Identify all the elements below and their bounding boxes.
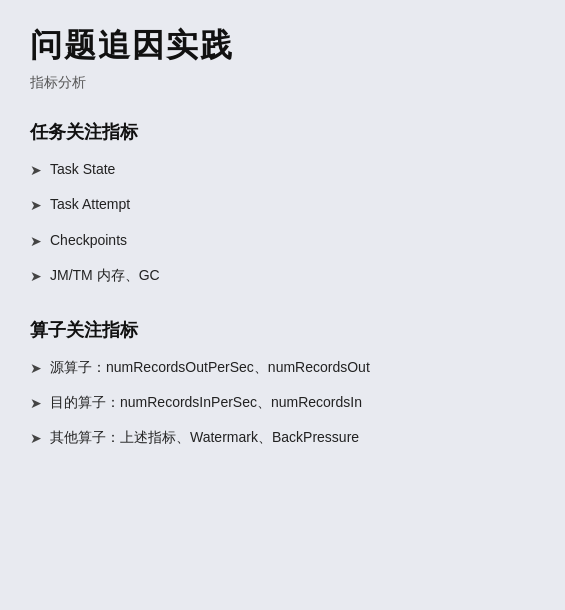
section-title-operator-metrics: 算子关注指标 [30, 318, 535, 342]
arrow-icon: ➤ [30, 159, 42, 181]
item-text-jm-tm: JM/TM 内存、GC [50, 264, 535, 286]
arrow-icon: ➤ [30, 194, 42, 216]
list-item-task-state: ➤Task State [30, 158, 535, 181]
section-operator-metrics: 算子关注指标➤源算子：numRecordsOutPerSec、numRecord… [30, 318, 535, 450]
item-text-task-attempt: Task Attempt [50, 193, 535, 215]
list-item-source-operator: ➤源算子：numRecordsOutPerSec、numRecordsOut [30, 356, 535, 379]
arrow-icon: ➤ [30, 392, 42, 414]
item-text-sink-operator: 目的算子：numRecordsInPerSec、numRecordsIn [50, 391, 535, 413]
page-title: 问题追因实践 [30, 24, 535, 68]
item-text-task-state: Task State [50, 158, 535, 180]
arrow-icon: ➤ [30, 230, 42, 252]
arrow-icon: ➤ [30, 427, 42, 449]
list-item-task-attempt: ➤Task Attempt [30, 193, 535, 216]
section-title-task-metrics: 任务关注指标 [30, 120, 535, 144]
list-item-sink-operator: ➤目的算子：numRecordsInPerSec、numRecordsIn [30, 391, 535, 414]
arrow-icon: ➤ [30, 265, 42, 287]
item-text-other-operator: 其他算子：上述指标、Watermark、BackPressure [50, 426, 535, 448]
arrow-icon: ➤ [30, 357, 42, 379]
section-task-metrics: 任务关注指标➤Task State➤Task Attempt➤Checkpoin… [30, 120, 535, 288]
list-item-other-operator: ➤其他算子：上述指标、Watermark、BackPressure [30, 426, 535, 449]
list-item-checkpoints: ➤Checkpoints [30, 229, 535, 252]
page-subtitle: 指标分析 [30, 74, 535, 92]
item-text-checkpoints: Checkpoints [50, 229, 535, 251]
item-text-source-operator: 源算子：numRecordsOutPerSec、numRecordsOut [50, 356, 535, 378]
list-item-jm-tm: ➤JM/TM 内存、GC [30, 264, 535, 287]
